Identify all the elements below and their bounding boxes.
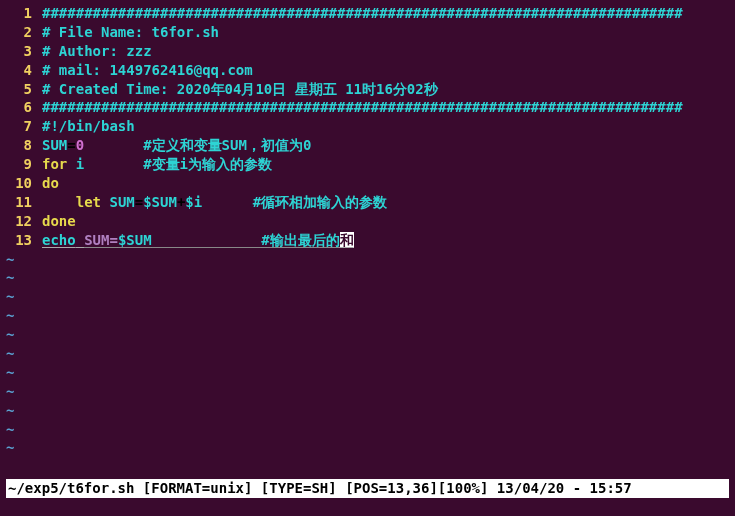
- line-number: 12: [6, 212, 32, 231]
- empty-line: ~: [6, 363, 729, 382]
- code-content[interactable]: ########################################…: [42, 4, 729, 23]
- code-content[interactable]: do: [42, 174, 729, 193]
- code-line[interactable]: 9for i #变量i为输入的参数: [6, 155, 729, 174]
- line-number: 13: [6, 231, 32, 250]
- code-line[interactable]: 4# mail: 1449762416@qq.com: [6, 61, 729, 80]
- empty-line: ~: [6, 344, 729, 363]
- empty-line: ~: [6, 325, 729, 344]
- code-content[interactable]: # mail: 1449762416@qq.com: [42, 61, 729, 80]
- code-content[interactable]: ########################################…: [42, 98, 729, 117]
- code-content[interactable]: let SUM=$SUM+$i #循环相加输入的参数: [42, 193, 729, 212]
- empty-line: ~: [6, 420, 729, 439]
- tilde-marker: ~: [6, 250, 14, 269]
- line-number: 11: [6, 193, 32, 212]
- line-number: 9: [6, 155, 32, 174]
- tilde-marker: ~: [6, 420, 14, 439]
- tilde-marker: ~: [6, 287, 14, 306]
- code-content[interactable]: done: [42, 212, 729, 231]
- empty-line: ~: [6, 382, 729, 401]
- code-content[interactable]: # Author: zzz: [42, 42, 729, 61]
- code-content[interactable]: # Created Time: 2020年04月10日 星期五 11时16分02…: [42, 80, 729, 99]
- code-content[interactable]: for i #变量i为输入的参数: [42, 155, 729, 174]
- code-line[interactable]: 1#######################################…: [6, 4, 729, 23]
- empty-line: ~: [6, 401, 729, 420]
- empty-line: ~: [6, 287, 729, 306]
- code-line[interactable]: 11 let SUM=$SUM+$i #循环相加输入的参数: [6, 193, 729, 212]
- code-content[interactable]: SUM=0 #定义和变量SUM，初值为0: [42, 136, 729, 155]
- code-line[interactable]: 6#######################################…: [6, 98, 729, 117]
- line-number: 4: [6, 61, 32, 80]
- line-number: 3: [6, 42, 32, 61]
- editor-viewport[interactable]: 1#######################################…: [0, 0, 735, 461]
- tilde-marker: ~: [6, 438, 14, 457]
- tilde-marker: ~: [6, 382, 14, 401]
- empty-line: ~: [6, 438, 729, 457]
- empty-line: ~: [6, 268, 729, 287]
- code-line[interactable]: 8SUM=0 #定义和变量SUM，初值为0: [6, 136, 729, 155]
- code-line[interactable]: 13echo SUM=$SUM #输出最后的和: [6, 231, 729, 250]
- empty-line: ~: [6, 306, 729, 325]
- code-line[interactable]: 2# File Name: t6for.sh: [6, 23, 729, 42]
- code-line[interactable]: 3# Author: zzz: [6, 42, 729, 61]
- line-number: 8: [6, 136, 32, 155]
- line-number: 5: [6, 80, 32, 99]
- code-content[interactable]: # File Name: t6for.sh: [42, 23, 729, 42]
- line-number: 6: [6, 98, 32, 117]
- tilde-marker: ~: [6, 268, 14, 287]
- line-number: 10: [6, 174, 32, 193]
- tilde-marker: ~: [6, 344, 14, 363]
- tilde-marker: ~: [6, 401, 14, 420]
- tilde-marker: ~: [6, 363, 14, 382]
- code-content[interactable]: echo SUM=$SUM #输出最后的和: [42, 231, 729, 250]
- tilde-marker: ~: [6, 325, 14, 344]
- code-line[interactable]: 12done: [6, 212, 729, 231]
- status-bar: ~/exp5/t6for.sh [FORMAT=unix] [TYPE=SH] …: [6, 479, 729, 498]
- line-number: 7: [6, 117, 32, 136]
- empty-line: ~: [6, 250, 729, 269]
- code-content[interactable]: #!/bin/bash: [42, 117, 729, 136]
- line-number: 1: [6, 4, 32, 23]
- code-line[interactable]: 10do: [6, 174, 729, 193]
- code-line[interactable]: 7#!/bin/bash: [6, 117, 729, 136]
- line-number: 2: [6, 23, 32, 42]
- tilde-marker: ~: [6, 306, 14, 325]
- code-line[interactable]: 5# Created Time: 2020年04月10日 星期五 11时16分0…: [6, 80, 729, 99]
